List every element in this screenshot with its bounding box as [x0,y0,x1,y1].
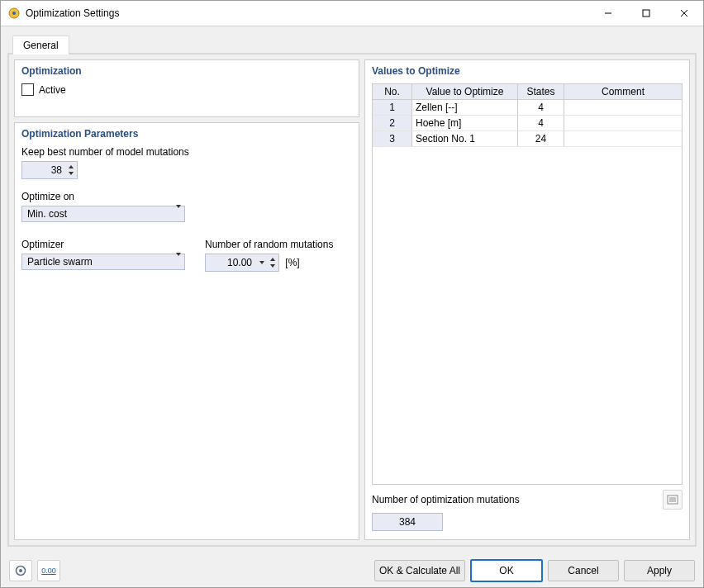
col-header-states[interactable]: States [518,84,564,99]
optimizer-value: Particle swarm [27,256,93,268]
svg-point-11 [19,569,22,572]
keep-best-label: Keep best number of model mutations [21,146,352,158]
units-icon: 0.00 [41,567,56,575]
optimizer-combobox[interactable]: Particle swarm [21,254,185,270]
cell-comment[interactable] [564,100,682,115]
cell-no[interactable]: 3 [373,131,412,146]
cell-no[interactable]: 1 [373,100,412,115]
optimize-on-combobox[interactable]: Min. cost [21,206,185,222]
cell-value[interactable]: Hoehe [m] [412,116,518,130]
mutations-count-label: Number of optimization mutations [372,494,656,505]
values-grid-header: No. Value to Optimize States Comment [373,84,682,100]
ok-calculate-all-button[interactable]: OK & Calculate All [374,560,465,581]
cell-comment[interactable] [564,116,682,130]
chevron-down-icon [176,256,181,268]
values-to-optimize-panel: Values to Optimize No. Value to Optimize… [364,59,690,540]
spinner-down-icon[interactable] [67,170,75,177]
help-icon [15,565,26,576]
values-grid[interactable]: No. Value to Optimize States Comment 1 Z… [372,83,683,485]
dialog-footer: 0.00 OK & Calculate All OK Cancel Apply [1,553,703,588]
list-icon [667,494,678,505]
mutations-toolbar-button[interactable] [663,490,683,510]
col-header-value[interactable]: Value to Optimize [412,84,518,99]
col-header-comment[interactable]: Comment [564,84,682,99]
keep-best-value[interactable]: 38 [22,164,67,176]
app-icon [7,7,21,20]
svg-rect-3 [643,10,649,17]
col-header-no[interactable]: No. [373,84,412,99]
random-mutations-unit: [%] [285,257,299,268]
random-mutations-value[interactable]: 10.00 [206,257,257,268]
close-button[interactable] [665,1,703,26]
values-to-optimize-title: Values to Optimize [372,65,683,77]
optimization-parameters-title: Optimization Parameters [21,128,352,140]
cell-no[interactable]: 2 [373,116,412,130]
values-grid-body[interactable]: 1 Zellen [--] 4 2 Hoehe [m] 4 3 [373,100,682,484]
units-button[interactable]: 0.00 [37,560,60,581]
content-area: Optimization Active Optimization Paramet… [7,55,697,547]
minimize-button[interactable] [589,1,627,26]
maximize-button[interactable] [627,1,665,26]
table-row[interactable]: 3 Section No. 1 24 [373,131,682,147]
optimize-on-label: Optimize on [21,191,352,202]
keep-best-spinner[interactable]: 38 [21,161,78,179]
active-checkbox-row[interactable]: Active [21,83,352,96]
cancel-button[interactable]: Cancel [548,560,619,581]
left-column: Optimization Active Optimization Paramet… [14,59,359,540]
apply-button[interactable]: Apply [624,560,695,581]
tab-strip: General [7,33,697,55]
dialog-body: General Optimization Active Optimization… [1,26,703,553]
cell-states[interactable]: 4 [518,116,564,130]
right-column: Values to Optimize No. Value to Optimize… [364,59,690,540]
random-mut-spinner-arrows[interactable] [269,254,277,271]
random-mutations-label: Number of random mutations [205,239,333,250]
optimization-panel-title: Optimization [21,65,352,77]
cell-states[interactable]: 4 [518,100,564,115]
chevron-down-icon [176,208,181,220]
cell-comment[interactable] [564,131,682,146]
table-row[interactable]: 1 Zellen [--] 4 [373,100,682,116]
random-mutations-spinner[interactable]: 10.00 [205,254,279,272]
spinner-up-icon[interactable] [67,164,75,170]
mutations-count-value: 384 [372,513,443,531]
optimizer-label: Optimizer [21,239,197,250]
svg-point-1 [12,12,16,15]
cell-value[interactable]: Section No. 1 [412,131,518,146]
help-button[interactable] [9,560,32,581]
spinner-down-icon[interactable] [269,263,277,269]
chevron-down-icon[interactable] [259,259,265,266]
cell-value[interactable]: Zellen [--] [412,100,518,115]
active-checkbox[interactable] [21,83,34,96]
spinner-up-icon[interactable] [269,256,277,263]
tab-general[interactable]: General [12,36,69,55]
optimization-panel: Optimization Active [14,59,359,117]
window-title: Optimization Settings [26,7,119,19]
optimization-parameters-panel: Optimization Parameters Keep best number… [14,122,359,540]
ok-button[interactable]: OK [470,559,543,582]
keep-best-spinner-arrows[interactable] [67,162,75,178]
optimize-on-value: Min. cost [27,208,67,220]
table-row[interactable]: 2 Hoehe [m] 4 [373,116,682,131]
active-label: Active [39,84,66,96]
title-bar: Optimization Settings [1,1,703,26]
cell-states[interactable]: 24 [518,131,564,146]
